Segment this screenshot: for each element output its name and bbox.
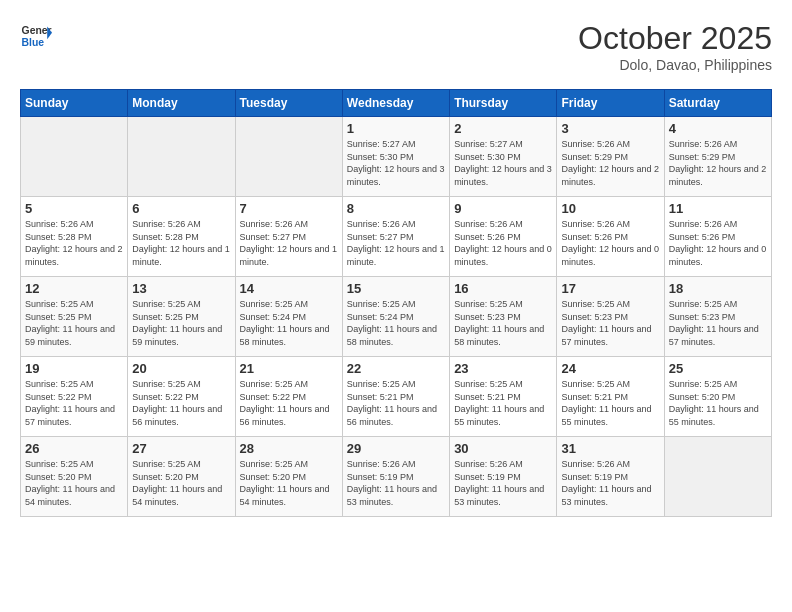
day-info: Sunrise: 5:25 AM Sunset: 5:21 PM Dayligh…	[561, 378, 659, 428]
calendar-week-row: 19Sunrise: 5:25 AM Sunset: 5:22 PM Dayli…	[21, 357, 772, 437]
calendar-cell: 7Sunrise: 5:26 AM Sunset: 5:27 PM Daylig…	[235, 197, 342, 277]
day-number: 8	[347, 201, 445, 216]
day-info: Sunrise: 5:26 AM Sunset: 5:28 PM Dayligh…	[25, 218, 123, 268]
calendar-cell: 27Sunrise: 5:25 AM Sunset: 5:20 PM Dayli…	[128, 437, 235, 517]
calendar-cell: 5Sunrise: 5:26 AM Sunset: 5:28 PM Daylig…	[21, 197, 128, 277]
calendar-cell: 9Sunrise: 5:26 AM Sunset: 5:26 PM Daylig…	[450, 197, 557, 277]
day-info: Sunrise: 5:25 AM Sunset: 5:20 PM Dayligh…	[132, 458, 230, 508]
day-info: Sunrise: 5:26 AM Sunset: 5:26 PM Dayligh…	[454, 218, 552, 268]
weekday-header-cell: Monday	[128, 90, 235, 117]
logo-icon: General Blue	[20, 20, 52, 52]
day-number: 20	[132, 361, 230, 376]
calendar-cell: 6Sunrise: 5:26 AM Sunset: 5:28 PM Daylig…	[128, 197, 235, 277]
day-info: Sunrise: 5:25 AM Sunset: 5:20 PM Dayligh…	[25, 458, 123, 508]
day-info: Sunrise: 5:25 AM Sunset: 5:24 PM Dayligh…	[240, 298, 338, 348]
day-info: Sunrise: 5:26 AM Sunset: 5:29 PM Dayligh…	[561, 138, 659, 188]
calendar-cell: 28Sunrise: 5:25 AM Sunset: 5:20 PM Dayli…	[235, 437, 342, 517]
day-info: Sunrise: 5:26 AM Sunset: 5:28 PM Dayligh…	[132, 218, 230, 268]
calendar-cell: 24Sunrise: 5:25 AM Sunset: 5:21 PM Dayli…	[557, 357, 664, 437]
day-number: 24	[561, 361, 659, 376]
page-header: General Blue October 2025 Dolo, Davao, P…	[20, 20, 772, 73]
day-info: Sunrise: 5:26 AM Sunset: 5:27 PM Dayligh…	[347, 218, 445, 268]
day-number: 31	[561, 441, 659, 456]
day-info: Sunrise: 5:25 AM Sunset: 5:22 PM Dayligh…	[240, 378, 338, 428]
calendar-cell: 1Sunrise: 5:27 AM Sunset: 5:30 PM Daylig…	[342, 117, 449, 197]
day-info: Sunrise: 5:25 AM Sunset: 5:20 PM Dayligh…	[669, 378, 767, 428]
day-number: 3	[561, 121, 659, 136]
day-info: Sunrise: 5:25 AM Sunset: 5:23 PM Dayligh…	[669, 298, 767, 348]
day-info: Sunrise: 5:26 AM Sunset: 5:26 PM Dayligh…	[561, 218, 659, 268]
day-number: 10	[561, 201, 659, 216]
calendar-table: SundayMondayTuesdayWednesdayThursdayFrid…	[20, 89, 772, 517]
day-number: 9	[454, 201, 552, 216]
day-info: Sunrise: 5:25 AM Sunset: 5:20 PM Dayligh…	[240, 458, 338, 508]
day-number: 28	[240, 441, 338, 456]
day-number: 25	[669, 361, 767, 376]
weekday-header-cell: Saturday	[664, 90, 771, 117]
month-title: October 2025	[578, 20, 772, 57]
calendar-week-row: 12Sunrise: 5:25 AM Sunset: 5:25 PM Dayli…	[21, 277, 772, 357]
day-number: 23	[454, 361, 552, 376]
calendar-cell	[21, 117, 128, 197]
logo: General Blue	[20, 20, 52, 52]
day-number: 1	[347, 121, 445, 136]
day-number: 7	[240, 201, 338, 216]
calendar-cell: 20Sunrise: 5:25 AM Sunset: 5:22 PM Dayli…	[128, 357, 235, 437]
calendar-cell: 29Sunrise: 5:26 AM Sunset: 5:19 PM Dayli…	[342, 437, 449, 517]
day-number: 11	[669, 201, 767, 216]
day-info: Sunrise: 5:26 AM Sunset: 5:26 PM Dayligh…	[669, 218, 767, 268]
calendar-cell: 31Sunrise: 5:26 AM Sunset: 5:19 PM Dayli…	[557, 437, 664, 517]
calendar-cell	[664, 437, 771, 517]
calendar-cell: 10Sunrise: 5:26 AM Sunset: 5:26 PM Dayli…	[557, 197, 664, 277]
day-info: Sunrise: 5:26 AM Sunset: 5:19 PM Dayligh…	[347, 458, 445, 508]
day-number: 4	[669, 121, 767, 136]
day-info: Sunrise: 5:25 AM Sunset: 5:23 PM Dayligh…	[454, 298, 552, 348]
calendar-cell: 17Sunrise: 5:25 AM Sunset: 5:23 PM Dayli…	[557, 277, 664, 357]
calendar-week-row: 1Sunrise: 5:27 AM Sunset: 5:30 PM Daylig…	[21, 117, 772, 197]
day-info: Sunrise: 5:25 AM Sunset: 5:22 PM Dayligh…	[25, 378, 123, 428]
weekday-header-cell: Friday	[557, 90, 664, 117]
calendar-week-row: 26Sunrise: 5:25 AM Sunset: 5:20 PM Dayli…	[21, 437, 772, 517]
calendar-cell: 3Sunrise: 5:26 AM Sunset: 5:29 PM Daylig…	[557, 117, 664, 197]
weekday-header-cell: Thursday	[450, 90, 557, 117]
day-number: 19	[25, 361, 123, 376]
calendar-cell: 4Sunrise: 5:26 AM Sunset: 5:29 PM Daylig…	[664, 117, 771, 197]
day-info: Sunrise: 5:25 AM Sunset: 5:21 PM Dayligh…	[454, 378, 552, 428]
weekday-header-cell: Tuesday	[235, 90, 342, 117]
day-info: Sunrise: 5:26 AM Sunset: 5:19 PM Dayligh…	[561, 458, 659, 508]
weekday-header-row: SundayMondayTuesdayWednesdayThursdayFrid…	[21, 90, 772, 117]
day-info: Sunrise: 5:27 AM Sunset: 5:30 PM Dayligh…	[347, 138, 445, 188]
day-number: 17	[561, 281, 659, 296]
weekday-header-cell: Wednesday	[342, 90, 449, 117]
calendar-cell: 19Sunrise: 5:25 AM Sunset: 5:22 PM Dayli…	[21, 357, 128, 437]
day-number: 30	[454, 441, 552, 456]
day-info: Sunrise: 5:26 AM Sunset: 5:27 PM Dayligh…	[240, 218, 338, 268]
day-info: Sunrise: 5:25 AM Sunset: 5:25 PM Dayligh…	[25, 298, 123, 348]
day-number: 2	[454, 121, 552, 136]
calendar-cell: 30Sunrise: 5:26 AM Sunset: 5:19 PM Dayli…	[450, 437, 557, 517]
calendar-cell: 13Sunrise: 5:25 AM Sunset: 5:25 PM Dayli…	[128, 277, 235, 357]
calendar-cell: 11Sunrise: 5:26 AM Sunset: 5:26 PM Dayli…	[664, 197, 771, 277]
day-number: 26	[25, 441, 123, 456]
calendar-week-row: 5Sunrise: 5:26 AM Sunset: 5:28 PM Daylig…	[21, 197, 772, 277]
calendar-cell: 8Sunrise: 5:26 AM Sunset: 5:27 PM Daylig…	[342, 197, 449, 277]
day-number: 13	[132, 281, 230, 296]
day-info: Sunrise: 5:26 AM Sunset: 5:19 PM Dayligh…	[454, 458, 552, 508]
title-block: October 2025 Dolo, Davao, Philippines	[578, 20, 772, 73]
day-number: 27	[132, 441, 230, 456]
calendar-cell: 23Sunrise: 5:25 AM Sunset: 5:21 PM Dayli…	[450, 357, 557, 437]
day-number: 16	[454, 281, 552, 296]
day-info: Sunrise: 5:27 AM Sunset: 5:30 PM Dayligh…	[454, 138, 552, 188]
calendar-cell: 14Sunrise: 5:25 AM Sunset: 5:24 PM Dayli…	[235, 277, 342, 357]
day-info: Sunrise: 5:25 AM Sunset: 5:21 PM Dayligh…	[347, 378, 445, 428]
day-number: 18	[669, 281, 767, 296]
calendar-cell: 21Sunrise: 5:25 AM Sunset: 5:22 PM Dayli…	[235, 357, 342, 437]
calendar-cell: 25Sunrise: 5:25 AM Sunset: 5:20 PM Dayli…	[664, 357, 771, 437]
day-number: 14	[240, 281, 338, 296]
day-number: 22	[347, 361, 445, 376]
day-number: 5	[25, 201, 123, 216]
day-info: Sunrise: 5:26 AM Sunset: 5:29 PM Dayligh…	[669, 138, 767, 188]
calendar-cell: 18Sunrise: 5:25 AM Sunset: 5:23 PM Dayli…	[664, 277, 771, 357]
calendar-body: 1Sunrise: 5:27 AM Sunset: 5:30 PM Daylig…	[21, 117, 772, 517]
day-number: 6	[132, 201, 230, 216]
